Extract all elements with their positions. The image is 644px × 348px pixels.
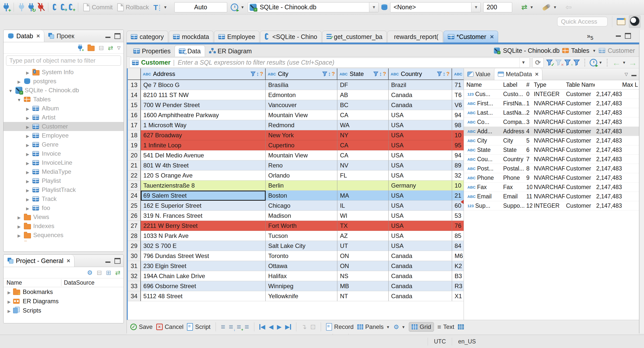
expander-icon[interactable] [25, 204, 30, 211]
cancel-button[interactable]: × Cancel [156, 323, 184, 330]
cell-state[interactable]: DF [337, 80, 388, 90]
cell-city[interactable]: Halifax [266, 271, 337, 281]
new-connection-icon[interactable]: + [77, 44, 83, 51]
cell-table-name[interactable]: Customer [565, 165, 595, 172]
column-header-city[interactable]: ABC City ↕? [266, 68, 337, 79]
compare-button[interactable]: ▼ [541, 5, 558, 10]
gear-icon[interactable]: ⚙ [87, 269, 93, 276]
cell-postal[interactable]: 95 [452, 140, 464, 150]
expander-icon[interactable] [25, 105, 30, 112]
tree-item[interactable]: MediaType [4, 167, 124, 176]
cell-type[interactable]: NVARCHAR [532, 165, 565, 172]
breadcrumb-entity[interactable]: Customer [608, 47, 635, 54]
row-number[interactable]: 24 [128, 191, 141, 201]
cell-country[interactable]: USA [389, 241, 452, 251]
metadata-row[interactable]: ABCPhone Phone 9 NVARCHAR Customer 2,147… [464, 173, 639, 183]
cell-city[interactable]: Redmond [266, 120, 337, 130]
cell-address[interactable]: 1 Infinite Loop [141, 140, 266, 150]
table-row[interactable]: 18 627 Broadway New York NY USA 10 [128, 130, 464, 140]
expander-icon[interactable] [17, 96, 22, 103]
tab-project-general[interactable]: Project - General × [4, 255, 74, 267]
cell-city[interactable]: Boston [266, 191, 337, 201]
back-button[interactable]: ⇦ [565, 2, 573, 12]
cell-postal[interactable]: B3 [452, 271, 464, 281]
cell-number[interactable]: 6 [526, 147, 532, 153]
funnel-icon[interactable] [251, 71, 256, 76]
tree-item[interactable]: Employee [4, 131, 124, 140]
cell-country[interactable]: Canada [389, 90, 452, 100]
metadata-row[interactable]: ABCFirst... FirstNa... 1 NVARCHAR Custom… [464, 99, 639, 108]
cell-address[interactable]: 1033 N Park Ave [141, 231, 266, 241]
save-button[interactable]: ✓ Save [130, 323, 153, 330]
table-row[interactable]: 32 194A Chain Lake Drive Halifax NS Cana… [128, 271, 464, 281]
cell-state[interactable]: AB [337, 90, 388, 100]
cell-state[interactable]: NY [337, 130, 388, 140]
tree-item[interactable]: System Info [4, 68, 124, 77]
cell-address[interactable]: 541 Del Medio Avenue [141, 150, 266, 160]
cell-address[interactable]: 302 S 700 E [141, 241, 266, 251]
sort-icon[interactable]: ↕ [379, 71, 382, 77]
column-header-address[interactable]: ABC Address ↕? [141, 68, 266, 79]
cell-max-length[interactable]: 2,147,483 [595, 156, 639, 163]
grid-view-button[interactable]: Grid [409, 322, 434, 332]
cell-max-length[interactable]: 2,147,483 [595, 202, 639, 209]
expander-icon[interactable] [17, 78, 22, 85]
expander-icon[interactable] [8, 307, 11, 314]
cell-label[interactable]: Country [502, 156, 526, 163]
cell-city[interactable]: New York [266, 130, 337, 140]
expander-icon[interactable] [8, 288, 11, 295]
cell-city[interactable]: Winnipeg [266, 281, 337, 291]
fetch-size-field[interactable]: 200 [483, 2, 512, 12]
cell-state[interactable]: NS [337, 271, 388, 281]
corner-cell[interactable] [128, 68, 141, 79]
metadata-row[interactable]: ABCAdd... Address 4 NVARCHAR Customer 2,… [464, 127, 639, 136]
cell-city[interactable]: Mountain View [266, 110, 337, 120]
metadata-row[interactable]: ABCCou... Country 7 NVARCHAR Customer 2,… [464, 155, 639, 164]
table-row[interactable]: 16 1600 Amphitheatre Parkway Mountain Vi… [128, 110, 464, 120]
cell-postal[interactable]: 76 [452, 221, 464, 231]
link-with-editor-icon[interactable]: ⇄ [108, 44, 113, 52]
cell-address[interactable]: 801 W 4th Street [141, 160, 266, 170]
timezone-indicator[interactable]: UTC [428, 338, 452, 346]
rollback-button[interactable]: Rollback [116, 3, 150, 12]
cell-city[interactable]: Mountain View [266, 150, 337, 160]
cell-postal[interactable]: T6 [452, 90, 464, 100]
cell-label[interactable]: Address [502, 128, 526, 135]
row-number[interactable]: 32 [128, 271, 141, 281]
metadata-row[interactable]: ABCCo... Compa... 3 NVARCHAR Customer 2,… [464, 117, 639, 127]
metadata-row[interactable]: ABCEmail Email 11 NVARCHAR Customer 2,14… [464, 192, 639, 201]
new-connection-icon[interactable]: + [3, 3, 10, 12]
cell-label[interactable]: Compa... [502, 119, 526, 125]
tab-database-navigator[interactable]: Datab × [4, 30, 44, 42]
table-row[interactable]: 31 230 Elgin Street Ottawa ON Canada K2 [128, 261, 464, 271]
cell-type[interactable]: INTEGER [532, 202, 565, 209]
expander-icon[interactable] [25, 159, 30, 166]
cell-state[interactable]: NV [337, 160, 388, 170]
row-number[interactable]: 16 [128, 110, 141, 120]
reconnect-icon[interactable]: ↻ [27, 3, 34, 12]
next-row-button[interactable]: ▶ [277, 323, 281, 330]
new-folder-icon[interactable] [88, 46, 95, 51]
cell-number[interactable]: 0 [526, 91, 532, 98]
cell-country[interactable]: Canada [389, 291, 452, 301]
cell-number[interactable]: 1 [526, 100, 532, 107]
previous-row-button[interactable]: ◀ [269, 323, 273, 330]
metadata-row[interactable]: ABCState State 6 NVARCHAR Customer 2,147… [464, 145, 639, 155]
connection-dropdown-button[interactable]: ▼ [369, 3, 378, 12]
nav-back-button[interactable]: ← ▼ [612, 58, 626, 67]
cell-number[interactable]: 7 [526, 156, 532, 163]
cell-label[interactable]: Phone [502, 175, 526, 181]
cell-label[interactable]: LastNa... [502, 109, 526, 116]
row-number[interactable]: 13 [128, 80, 141, 90]
table-row[interactable]: 17 1 Microsoft Way Redmond WA USA 98 [128, 120, 464, 130]
cell-max-length[interactable]: 2,147,483 [595, 91, 639, 98]
auto-refresh-button[interactable]: ▼ [590, 59, 602, 66]
column-header-state[interactable]: ABC State ↕? [337, 68, 388, 79]
row-number[interactable]: 28 [128, 231, 141, 241]
cell-postal[interactable]: 85 [452, 231, 464, 241]
table-row[interactable]: 28 1033 N Park Ave Tucson AZ USA 85 [128, 231, 464, 241]
locale-indicator[interactable]: en_US [452, 338, 482, 346]
row-number[interactable]: 33 [128, 281, 141, 291]
funnel-icon[interactable] [437, 71, 442, 76]
cell-city[interactable]: Orlando [266, 170, 337, 181]
